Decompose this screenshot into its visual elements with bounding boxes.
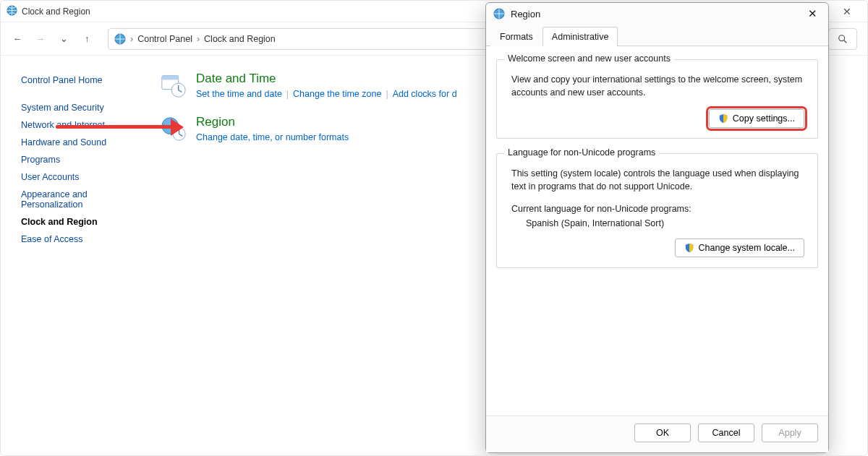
ok-button[interactable]: OK — [634, 423, 691, 442]
shield-icon — [684, 243, 694, 253]
search-button[interactable] — [828, 28, 857, 50]
sidebar-item[interactable]: System and Security — [21, 99, 145, 116]
category-links: Set the time and date|Change the time zo… — [196, 89, 457, 99]
tab-administrative[interactable]: Administrative — [542, 27, 618, 46]
sidebar-home-link[interactable]: Control Panel Home — [21, 72, 145, 89]
svg-line-3 — [844, 40, 847, 43]
current-language-value: Spanish (Spain, International Sort) — [526, 218, 807, 228]
main-panel: Date and Time Set the time and date|Chan… — [145, 56, 472, 456]
globe-icon — [493, 8, 505, 20]
category-links: Change date, time, or number formats — [196, 132, 349, 142]
history-dropdown-icon[interactable]: ⌄ — [57, 33, 70, 44]
back-button[interactable]: ← — [11, 34, 24, 44]
globe-clock-icon — [160, 115, 187, 142]
button-label: Copy settings... — [733, 113, 795, 124]
region-dialog: Region ✕ Formats Administrative Welcome … — [485, 2, 829, 453]
group-title: Welcome screen and new user accounts — [504, 53, 674, 64]
calendar-clock-icon — [160, 72, 187, 99]
group-description: View and copy your international setting… — [511, 73, 807, 99]
shield-icon — [718, 113, 728, 124]
dialog-title: Region — [511, 9, 798, 20]
breadcrumb-leaf[interactable]: Clock and Region — [204, 34, 276, 44]
category-sublink[interactable]: Add clocks for d — [393, 89, 457, 99]
group-description: This setting (system locale) controls th… — [511, 167, 807, 193]
globe-icon — [114, 33, 126, 45]
sidebar: Control Panel Home System and SecurityNe… — [1, 56, 145, 456]
sidebar-item[interactable]: Programs — [21, 151, 145, 168]
group-title: Language for non-Unicode programs — [504, 147, 659, 158]
category-sublink[interactable]: Set the time and date — [196, 89, 282, 99]
breadcrumb-root[interactable]: Control Panel — [137, 34, 192, 44]
up-button[interactable]: ↑ — [80, 34, 93, 44]
change-system-locale-button[interactable]: Change system locale... — [675, 238, 804, 257]
copy-settings-button[interactable]: Copy settings... — [709, 109, 804, 128]
tab-formats[interactable]: Formats — [490, 27, 542, 46]
button-label: Change system locale... — [699, 243, 795, 253]
sidebar-item[interactable]: Hardware and Sound — [21, 134, 145, 151]
chevron-right-icon: › — [197, 34, 200, 44]
dialog-footer: OK Cancel Apply — [486, 416, 828, 452]
sidebar-item[interactable]: Ease of Access — [21, 231, 145, 248]
forward-button[interactable]: → — [34, 34, 47, 44]
svg-rect-5 — [162, 76, 179, 80]
sidebar-item[interactable]: User Accounts — [21, 168, 145, 186]
category-region: Region Change date, time, or number form… — [160, 115, 457, 142]
cancel-button[interactable]: Cancel — [698, 423, 754, 442]
sidebar-item[interactable]: Clock and Region — [21, 213, 145, 231]
group-non-unicode: Language for non-Unicode programs This s… — [496, 153, 818, 267]
globe-icon — [7, 5, 17, 18]
apply-button[interactable]: Apply — [762, 423, 818, 442]
chevron-right-icon: › — [130, 34, 133, 44]
search-icon — [838, 34, 848, 44]
svg-point-2 — [839, 35, 845, 40]
dialog-tabs: Formats Administrative — [486, 26, 828, 46]
group-welcome-screen: Welcome screen and new user accounts Vie… — [496, 59, 818, 139]
current-language-label: Current language for non-Unicode program… — [511, 204, 807, 214]
category-title[interactable]: Date and Time — [196, 72, 457, 86]
category-date-and-time: Date and Time Set the time and date|Chan… — [160, 72, 457, 99]
category-title[interactable]: Region — [196, 115, 349, 129]
category-sublink[interactable]: Change date, time, or number formats — [196, 132, 349, 142]
close-button[interactable]: ✕ — [837, 6, 857, 17]
sidebar-item[interactable]: Network and Internet — [21, 116, 145, 134]
category-sublink[interactable]: Change the time zone — [293, 89, 381, 99]
dialog-close-button[interactable]: ✕ — [804, 7, 821, 20]
sidebar-item[interactable]: Appearance and Personalization — [21, 186, 129, 213]
